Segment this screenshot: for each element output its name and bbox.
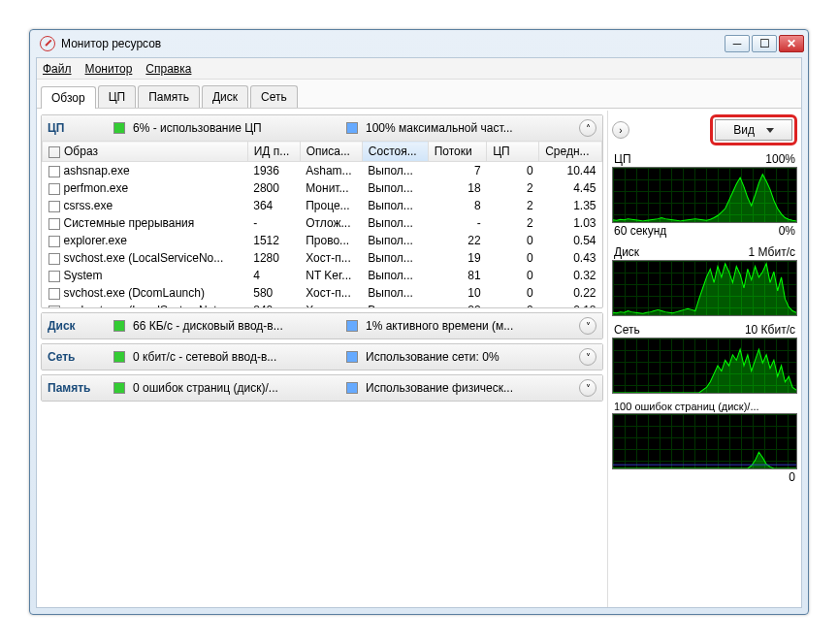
net-io-stat: 0 кбит/с - сетевой ввод-в...	[133, 350, 338, 364]
header-checkbox[interactable]	[48, 146, 60, 158]
row-checkbox[interactable]	[48, 218, 60, 230]
col-threads[interactable]: Потоки	[428, 142, 486, 162]
col-desc[interactable]: Описа...	[300, 142, 362, 162]
table-row[interactable]: ashsnap.exe1936Asham...Выпол...7010.44	[43, 162, 602, 180]
dropdown-arrow-icon	[766, 128, 774, 133]
col-avg[interactable]: Средн...	[539, 142, 602, 162]
mem-usage-stat: Использование физическ...	[366, 381, 571, 395]
blue-square-icon	[346, 320, 358, 332]
blue-square-icon	[346, 122, 358, 134]
close-button[interactable]: ✕	[779, 35, 804, 52]
blue-square-icon	[346, 351, 358, 363]
section-memory-header[interactable]: Память 0 ошибок страниц (диск)/... Испол…	[42, 375, 602, 401]
collapse-button[interactable]: ˄	[579, 119, 596, 137]
tab-cpu[interactable]: ЦП	[98, 85, 137, 108]
network-chart	[612, 338, 797, 394]
expand-button[interactable]: ˅	[579, 348, 596, 366]
row-checkbox[interactable]	[48, 166, 60, 177]
table-row[interactable]: System4NT Ker...Выпол...8100.32	[43, 267, 602, 284]
row-checkbox[interactable]	[48, 306, 60, 307]
section-cpu-header[interactable]: ЦП 6% - использование ЦП 100% максимальн…	[42, 115, 602, 141]
row-checkbox[interactable]	[48, 236, 60, 247]
graph-network: Сеть10 Кбит/с	[612, 322, 797, 394]
tab-memory[interactable]: Память	[138, 85, 200, 108]
view-button-label: Вид	[733, 123, 755, 137]
titlebar[interactable]: Монитор ресурсов ─ ☐ ✕	[30, 30, 808, 57]
table-row[interactable]: perfmon.exe2800Монит...Выпол...1824.45	[43, 179, 602, 197]
maximize-button[interactable]: ☐	[752, 35, 777, 52]
section-cpu-title: ЦП	[48, 121, 106, 135]
section-network-header[interactable]: Сеть 0 кбит/с - сетевой ввод-в... Исполь…	[42, 344, 602, 370]
cpu-usage-stat: 6% - использование ЦП	[133, 121, 338, 135]
menu-help[interactable]: Справка	[145, 62, 191, 76]
row-checkbox[interactable]	[48, 201, 60, 212]
minimize-button[interactable]: ─	[725, 35, 750, 52]
disk-io-stat: 66 КБ/с - дисковый ввод-в...	[133, 319, 338, 333]
col-cpu[interactable]: ЦП	[487, 142, 539, 162]
memory-chart	[612, 413, 797, 469]
green-square-icon	[113, 320, 125, 332]
row-checkbox[interactable]	[48, 288, 60, 300]
table-row[interactable]: svchost.exe (LocalSystemNet...840Хост-п.…	[43, 302, 602, 307]
section-disk: Диск 66 КБ/с - дисковый ввод-в... 1% акт…	[41, 312, 603, 339]
menu-monitor[interactable]: Монитор	[85, 62, 133, 76]
table-row[interactable]: Системные прерывания-Отлож...Выпол...-21…	[43, 214, 602, 232]
app-icon	[40, 36, 55, 51]
table-row[interactable]: csrss.exe364Проце...Выпол...821.35	[43, 197, 602, 214]
cpu-table-wrap[interactable]: Образ ИД п... Описа... Состоя... Потоки …	[42, 141, 602, 307]
net-usage-stat: Использование сети: 0%	[366, 350, 571, 364]
left-panel: ЦП 6% - использование ЦП 100% максимальн…	[37, 111, 607, 607]
tab-overview[interactable]: Обзор	[41, 86, 96, 109]
tab-disk[interactable]: Диск	[202, 85, 248, 108]
client-area: Файл Монитор Справка Обзор ЦП Память Дис…	[36, 57, 802, 608]
section-disk-title: Диск	[48, 319, 106, 333]
row-checkbox[interactable]	[48, 253, 60, 265]
section-network-title: Сеть	[48, 350, 106, 364]
blue-square-icon	[346, 382, 358, 394]
disk-chart	[612, 260, 797, 316]
section-cpu: ЦП 6% - использование ЦП 100% максимальн…	[41, 114, 603, 308]
row-checkbox[interactable]	[48, 271, 60, 282]
expand-button[interactable]: ˅	[579, 379, 596, 397]
section-memory-title: Память	[48, 381, 106, 395]
menu-file[interactable]: Файл	[43, 62, 72, 76]
section-network: Сеть 0 кбит/с - сетевой ввод-в... Исполь…	[41, 343, 603, 370]
section-disk-header[interactable]: Диск 66 КБ/с - дисковый ввод-в... 1% акт…	[42, 313, 602, 338]
cpu-chart	[612, 167, 797, 223]
right-panel: › Вид ЦП100% 60 секунд0% Диск1 Мб	[607, 111, 801, 607]
green-square-icon	[113, 351, 125, 363]
panel-toggle-button[interactable]: ›	[612, 121, 629, 139]
col-state[interactable]: Состоя...	[362, 142, 428, 162]
view-button-highlight: Вид	[710, 114, 797, 145]
menubar: Файл Монитор Справка	[37, 58, 801, 80]
cpu-freq-stat: 100% максимальной част...	[366, 121, 571, 135]
graph-disk: Диск1 Мбит/с	[612, 244, 797, 316]
graph-cpu: ЦП100% 60 секунд0%	[612, 151, 797, 239]
graph-memory: 100 ошибок страниц (диск)/... 0	[612, 400, 797, 485]
tab-network[interactable]: Сеть	[250, 85, 298, 108]
view-button[interactable]: Вид	[715, 119, 792, 141]
green-square-icon	[113, 122, 125, 134]
green-square-icon	[113, 382, 125, 394]
mem-faults-stat: 0 ошибок страниц (диск)/...	[133, 381, 338, 395]
disk-active-stat: 1% активного времени (м...	[366, 319, 571, 333]
section-memory: Память 0 ошибок страниц (диск)/... Испол…	[41, 374, 603, 402]
cpu-table: Образ ИД п... Описа... Состоя... Потоки …	[42, 141, 602, 307]
row-checkbox[interactable]	[48, 183, 60, 195]
tabbar: Обзор ЦП Память Диск Сеть	[37, 80, 801, 109]
table-row[interactable]: svchost.exe (DcomLaunch)580Хост-п...Выпо…	[43, 284, 602, 302]
expand-button[interactable]: ˅	[579, 317, 596, 335]
table-row[interactable]: explorer.exe1512Прово...Выпол...2200.54	[43, 232, 602, 249]
col-image[interactable]: Образ	[43, 142, 248, 162]
table-row[interactable]: svchost.exe (LocalServiceNo...1280Хост-п…	[43, 249, 602, 267]
window: Монитор ресурсов ─ ☐ ✕ Файл Монитор Спра…	[29, 29, 809, 615]
window-title: Монитор ресурсов	[61, 37, 725, 50]
col-pid[interactable]: ИД п...	[247, 142, 300, 162]
